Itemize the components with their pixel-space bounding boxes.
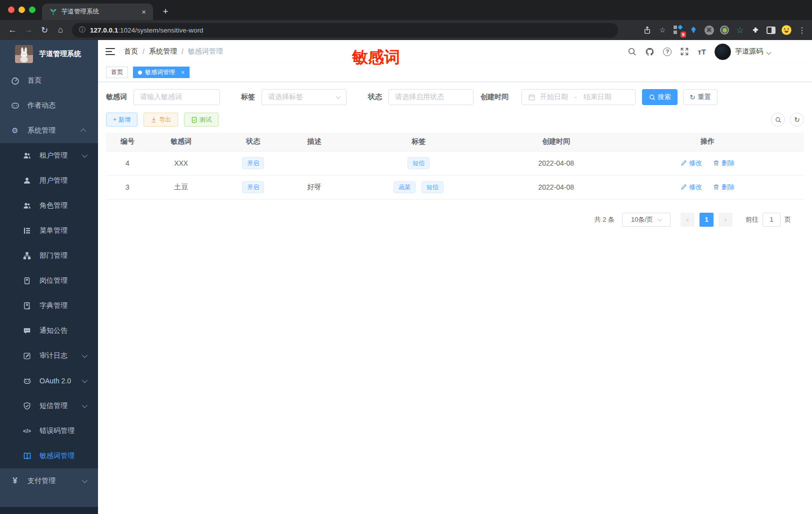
extension-star-icon[interactable]: ☆ <box>734 24 746 36</box>
browser-tab[interactable]: 芋道管理系统 × <box>42 4 153 20</box>
breadcrumb-home[interactable]: 首页 <box>124 47 138 56</box>
sidebar-item-notice[interactable]: 通知公告 <box>0 318 98 343</box>
logo-rabbit-image <box>15 45 33 63</box>
help-icon[interactable]: ? <box>663 48 672 56</box>
fullscreen-icon[interactable] <box>680 47 689 56</box>
sidebar-collapse-icon[interactable] <box>106 48 115 56</box>
tags-view-bar: 首页 敏感词管理 × <box>98 63 812 82</box>
goto-page-input[interactable]: 1 <box>762 213 780 227</box>
test-button[interactable]: 测试 <box>184 113 218 127</box>
sidebar-item-errcode[interactable]: </> 错误码管理 <box>0 418 98 443</box>
robot-icon <box>22 377 32 385</box>
breadcrumb-system[interactable]: 系统管理 <box>149 47 177 56</box>
share-icon[interactable] <box>641 24 653 36</box>
chevron-down-icon <box>766 50 772 55</box>
edit-button[interactable]: 修改 <box>680 159 702 168</box>
sidebar-item-user[interactable]: 用户管理 <box>0 168 98 193</box>
tag-label: 标签 <box>241 93 255 102</box>
sidebar-item-payment[interactable]: ¥ 支付管理 <box>0 468 98 493</box>
sidebar-item-sensitive-word[interactable]: 敏感词管理 <box>0 443 98 468</box>
tag-badge: 蔬菜 <box>394 181 416 193</box>
new-tab-button[interactable]: + <box>159 5 172 18</box>
sidebar-item-tenant[interactable]: 租户管理 <box>0 143 98 168</box>
sidebar-item-audit-log[interactable]: 审计日志 <box>0 343 98 368</box>
sidebar-item-post[interactable]: 岗位管理 <box>0 268 98 293</box>
sidebar-filler <box>0 493 98 507</box>
keyword-input[interactable]: 请输入敏感词 <box>134 89 220 105</box>
table-row: 3 土豆 开启 好呀 蔬菜 短信 2022-04-08 修改 <box>106 175 804 199</box>
side-panel-icon[interactable] <box>765 24 777 36</box>
tab-close-icon[interactable]: × <box>140 8 148 16</box>
prev-page-button[interactable]: ‹ <box>680 213 694 227</box>
zoom-window-button[interactable] <box>29 7 36 13</box>
sidebar-item-dict[interactable]: 字典管理 <box>0 293 98 318</box>
extensions-puzzle-icon[interactable] <box>750 24 762 36</box>
date-range-picker[interactable]: 开始日期 - 结束日期 <box>522 89 636 105</box>
current-page-button[interactable]: 1 <box>700 213 714 227</box>
browser-menu-icon[interactable]: ⋮ <box>796 24 808 36</box>
minimize-window-button[interactable] <box>18 7 25 13</box>
sidebar: 芋道管理系统 首页 作者动态 ⚙ 系统管理 租户管理 <box>0 40 98 514</box>
forward-icon[interactable]: → <box>21 23 36 38</box>
page-size-select[interactable]: 10条/页 <box>622 213 670 227</box>
sidebar-item-system[interactable]: ⚙ 系统管理 <box>0 118 98 143</box>
table-header-row: 编号 敏感词 状态 描述 标签 创建时间 操作 <box>106 133 804 151</box>
reload-icon[interactable]: ↻ <box>37 23 52 38</box>
sidebar-logo[interactable]: 芋道管理系统 <box>0 40 98 68</box>
tag-home[interactable]: 首页 <box>106 67 128 78</box>
refresh-table-icon[interactable]: ↻ <box>790 113 804 127</box>
search-button[interactable]: 搜索 <box>642 89 678 105</box>
user-menu[interactable]: 芋道源码 <box>714 44 770 60</box>
cell-id: 3 <box>106 175 149 199</box>
extension-badge: 9 <box>680 32 686 38</box>
col-actions: 操作 <box>611 133 804 151</box>
user-name: 芋道源码 <box>735 47 763 56</box>
cell-desc: 好呀 <box>293 175 336 199</box>
extension-command-icon[interactable]: ⌘ <box>703 24 715 36</box>
sidebar-item-home[interactable]: 首页 <box>0 68 98 93</box>
sidebar-item-menu[interactable]: 菜单管理 <box>0 218 98 243</box>
log-pen-icon <box>22 352 32 360</box>
announcement-icon <box>22 327 32 335</box>
add-button[interactable]: + 新增 <box>106 113 138 127</box>
tag-sensitive-word[interactable]: 敏感词管理 × <box>133 67 190 78</box>
sidebar-item-author[interactable]: 作者动态 <box>0 93 98 118</box>
search-toggle-icon[interactable] <box>771 113 785 127</box>
tag-select[interactable]: 请选择标签 <box>262 89 346 105</box>
url-path: :1024/system/sensitive-word <box>118 27 203 34</box>
sidebar-item-oauth[interactable]: OAuth 2.0 <box>0 368 98 393</box>
github-icon[interactable] <box>645 47 654 57</box>
status-select[interactable]: 请选择启用状态 <box>388 89 474 105</box>
extension-gem-icon[interactable] <box>688 24 700 36</box>
window-controls[interactable] <box>8 7 36 13</box>
sidebar-item-sms[interactable]: 短信管理 <box>0 393 98 418</box>
export-button[interactable]: 导出 <box>144 113 178 127</box>
next-page-button[interactable]: › <box>718 213 732 227</box>
back-icon[interactable]: ← <box>5 23 20 38</box>
delete-button[interactable]: 删除 <box>713 159 734 168</box>
chevron-down-icon <box>658 216 662 221</box>
sidebar-item-dept[interactable]: 部门管理 <box>0 243 98 268</box>
user-avatar[interactable] <box>714 44 731 60</box>
gear-icon: ⚙ <box>10 126 20 135</box>
close-window-button[interactable] <box>8 7 14 13</box>
delete-button[interactable]: 删除 <box>713 183 734 192</box>
site-info-icon[interactable]: ⓘ <box>79 26 86 35</box>
profile-avatar-emoji[interactable] <box>780 24 792 36</box>
font-size-icon[interactable]: тT <box>698 48 706 56</box>
date-start-placeholder: 开始日期 <box>540 93 568 102</box>
sidebar-item-role[interactable]: 角色管理 <box>0 193 98 218</box>
code-icon: </> <box>22 428 32 434</box>
extension-record-icon[interactable] <box>718 24 730 36</box>
home-icon[interactable]: ⌂ <box>53 23 68 38</box>
tag-close-icon[interactable]: × <box>181 69 184 76</box>
col-tags: 标签 <box>336 133 502 151</box>
reset-button[interactable]: ↻ 重置 <box>683 89 718 105</box>
search-icon[interactable] <box>628 47 636 56</box>
chevron-down-icon <box>82 152 88 158</box>
site-favicon-plant-icon <box>49 8 58 16</box>
extension-grid-icon[interactable]: 9 <box>672 24 684 36</box>
edit-button[interactable]: 修改 <box>680 183 702 192</box>
address-bar[interactable]: ⓘ 127.0.0.1:1024/system/sensitive-word <box>72 23 618 38</box>
bookmark-star-icon[interactable]: ☆ <box>656 24 668 36</box>
